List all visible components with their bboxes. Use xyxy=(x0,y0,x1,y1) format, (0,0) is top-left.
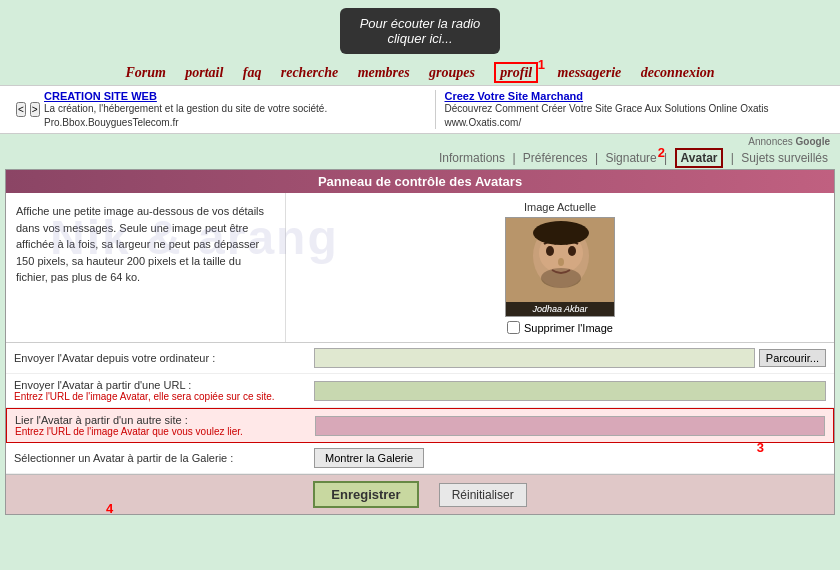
form-row-url-link: Lier l'Avatar à partir d'un autre site :… xyxy=(6,408,834,443)
panel-right: Image Actuelle xyxy=(286,193,834,342)
tab-avatar[interactable]: Avatar xyxy=(675,148,724,168)
ads-nav: < > xyxy=(10,102,40,117)
gallery-button[interactable]: Montrer la Galerie xyxy=(314,448,424,468)
svg-point-3 xyxy=(546,246,554,256)
ad-right-text: Découvrez Comment Créer Votre Site Grace… xyxy=(445,102,827,115)
badge-3: 3 xyxy=(757,440,764,455)
tabs-row: 2 Informations | Préférences | Signature… xyxy=(0,147,840,167)
svg-point-6 xyxy=(533,221,589,245)
ads-next-button[interactable]: > xyxy=(30,102,40,117)
nav-portail[interactable]: portail xyxy=(185,65,223,80)
reset-button[interactable]: Réinitialiser xyxy=(439,483,527,507)
ad-right-title: Creez Votre Site Marchand xyxy=(445,90,827,102)
form-label-gallery: Sélectionner un Avatar à partir de la Ga… xyxy=(14,452,314,464)
avatar-image-box: Jodhaa Akbar xyxy=(505,217,615,317)
badge-2: 2 xyxy=(658,145,665,160)
radio-button[interactable]: Pour écouter la radiocliquer ici... xyxy=(340,8,501,54)
ad-right-url: www.Oxatis.com/ xyxy=(445,117,522,128)
delete-checkbox[interactable] xyxy=(507,321,520,334)
nav-groupes[interactable]: groupes xyxy=(429,65,475,80)
badge-1: 1 xyxy=(538,57,545,72)
url-link-input[interactable] xyxy=(315,416,825,436)
footer-row: 3 Enregistrer Réinitialiser 4 xyxy=(6,474,834,514)
upload-input[interactable] xyxy=(314,348,755,368)
nav-profil[interactable]: profil xyxy=(494,62,538,83)
ad-left: CREATION SITE WEB La création, l'héberge… xyxy=(40,90,430,129)
ads-row: < > CREATION SITE WEB La création, l'héb… xyxy=(0,85,840,134)
save-button[interactable]: Enregistrer xyxy=(313,481,418,508)
tab-preferences[interactable]: Préférences xyxy=(523,151,588,165)
delete-label: Supprimer l'Image xyxy=(524,322,613,334)
nav-deconnexion[interactable]: deconnexion xyxy=(641,65,715,80)
svg-point-7 xyxy=(541,268,581,288)
panel-header: Panneau de contrôle des Avatars xyxy=(6,170,834,193)
form-label-url-copy: Envoyer l'Avatar à partir d'une URL : En… xyxy=(14,379,314,402)
panel-title: Panneau de contrôle des Avatars xyxy=(318,174,522,189)
badge-4: 4 xyxy=(106,501,113,516)
tab-informations[interactable]: Informations xyxy=(439,151,505,165)
ads-prev-button[interactable]: < xyxy=(16,102,26,117)
browse-button[interactable]: Parcourir... xyxy=(759,349,826,367)
form-row-upload: Envoyer l'Avatar depuis votre ordinateur… xyxy=(6,343,834,374)
delete-row: Supprimer l'Image xyxy=(507,321,613,334)
url-copy-input[interactable] xyxy=(314,381,826,401)
tab-sujets[interactable]: Sujets surveillés xyxy=(741,151,828,165)
ad-right: Creez Votre Site Marchand Découvrez Comm… xyxy=(441,90,831,129)
panel-body: Affiche une petite image au-dessous de v… xyxy=(6,193,834,343)
nav-forum[interactable]: Forum xyxy=(125,65,165,80)
radio-banner: Pour écouter la radiocliquer ici... xyxy=(0,0,840,59)
google-tag: Annonces Google xyxy=(0,136,840,147)
form-row-url-copy: Envoyer l'Avatar à partir d'une URL : En… xyxy=(6,374,834,408)
nav-bar: 1 Forum portail faq recherche membres gr… xyxy=(0,59,840,85)
svg-point-5 xyxy=(558,258,564,266)
nav-faq[interactable]: faq xyxy=(243,65,262,80)
svg-point-4 xyxy=(568,246,576,256)
ad-left-text: La création, l'hébergement et la gestion… xyxy=(44,102,426,115)
form-label-url-link: Lier l'Avatar à partir d'un autre site :… xyxy=(15,414,315,437)
image-label: Image Actuelle xyxy=(524,201,596,213)
ad-divider xyxy=(435,90,436,129)
ad-left-url: Pro.Bbox.BouyguesTelecom.fr xyxy=(44,117,179,128)
form-row-gallery: Sélectionner un Avatar à partir de la Ga… xyxy=(6,443,834,474)
nav-membres[interactable]: membres xyxy=(358,65,410,80)
form-section: Envoyer l'Avatar depuis votre ordinateur… xyxy=(6,343,834,474)
nav-messagerie[interactable]: messagerie xyxy=(558,65,622,80)
panel-description: Affiche une petite image au-dessous de v… xyxy=(6,193,286,342)
tab-signature[interactable]: Signature xyxy=(605,151,656,165)
avatar-caption: Jodhaa Akbar xyxy=(506,302,614,316)
avatar-panel: Panneau de contrôle des Avatars Affiche … xyxy=(5,169,835,515)
avatar-face: Jodhaa Akbar xyxy=(506,218,614,316)
ad-left-title: CREATION SITE WEB xyxy=(44,90,426,102)
form-label-upload: Envoyer l'Avatar depuis votre ordinateur… xyxy=(14,352,314,364)
nav-recherche[interactable]: recherche xyxy=(281,65,339,80)
